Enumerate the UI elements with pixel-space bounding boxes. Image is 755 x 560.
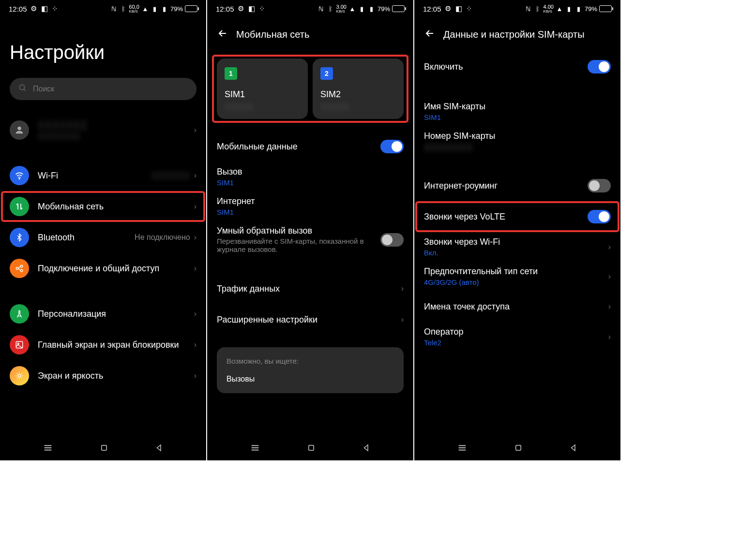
page-title: Настройки <box>10 42 196 63</box>
svg-point-0 <box>19 85 25 90</box>
nav-bar <box>414 437 620 460</box>
status-bar: 12:05 ⚙ ◧ ⁘ ℕ ᛒ 60,0KB/S ▲ ▮ ▮ 79% <box>0 0 206 17</box>
sim-name-row[interactable]: Имя SIM-карты SIM1 <box>424 97 611 126</box>
internet-row[interactable]: Интернет SIM1 <box>217 192 404 221</box>
sim-number-value: ░░░░░░░░ <box>424 143 611 151</box>
chevron-right-icon: › <box>401 315 404 324</box>
back-button[interactable] <box>155 443 164 454</box>
screen-sim-settings: 12:05 ⚙ ◧ ⁘ ℕ ᛒ 4.00KB/S ▲ ▮ ▮ 79% Данны… <box>414 0 620 460</box>
mobile-data-toggle[interactable] <box>380 140 404 153</box>
personalization-row[interactable]: Персонализация › <box>10 298 196 329</box>
back-button[interactable] <box>569 443 578 454</box>
svg-rect-23 <box>516 445 521 451</box>
sim2-badge: 2 <box>320 67 333 80</box>
nav-bar <box>0 437 206 460</box>
sim1-card[interactable]: 1 SIM1 ░░░░░░ <box>217 59 308 119</box>
sim-number-label: Номер SIM-карты <box>424 131 611 141</box>
network-type-row[interactable]: Предпочтительный тип сети 4G/3G/2G (авто… <box>424 262 611 291</box>
operator-row[interactable]: Оператор Tele2 › <box>424 322 611 352</box>
sim2-operator: ░░░░░░ <box>320 103 396 110</box>
mobile-network-row[interactable]: Мобильная сеть › <box>10 191 196 222</box>
bluetooth-icon: ᛒ <box>534 5 542 13</box>
hint-item-calls[interactable]: Вызовы <box>226 375 394 383</box>
home-label: Главный экран и экран блокировки <box>38 340 194 350</box>
chevron-right-icon: › <box>608 302 611 311</box>
back-button[interactable] <box>362 443 371 454</box>
share-icon <box>10 259 29 278</box>
circles-icon: ⁘ <box>258 5 266 13</box>
smart-callback-row[interactable]: Умный обратный вызов Перезванивайте с SI… <box>217 221 404 258</box>
home-screen-row[interactable]: Главный экран и экран блокировки › <box>10 329 196 360</box>
recents-button[interactable] <box>43 442 53 455</box>
bluetooth-row[interactable]: Bluetooth Не подключено › <box>10 222 196 253</box>
internet-value: SIM1 <box>217 208 404 216</box>
bluetooth-value: Не подключено <box>135 233 190 242</box>
apn-row[interactable]: Имена точек доступа › <box>424 291 611 322</box>
chevron-right-icon: › <box>608 243 611 251</box>
mobile-label: Мобильная сеть <box>38 202 194 212</box>
sim-number-row[interactable]: Номер SIM-карты ░░░░░░░░ <box>424 126 611 156</box>
gear-icon: ⚙ <box>30 5 38 13</box>
back-button[interactable] <box>217 23 236 46</box>
chevron-right-icon: › <box>194 371 196 380</box>
recents-button[interactable] <box>250 442 260 455</box>
svg-point-10 <box>17 343 19 344</box>
status-bar: 12:05 ⚙ ◧ ⁘ ℕ ᛒ 3.00KB/S ▲ ▮ ▮ 79% <box>207 0 413 17</box>
wifi-icon: ▲ <box>556 5 563 13</box>
recents-button[interactable] <box>457 442 468 455</box>
personalization-label: Персонализация <box>38 309 194 319</box>
profile-row[interactable]: ░░░░░░░░░░░░░░ › <box>10 115 196 146</box>
nfc-icon: ℕ <box>524 5 532 13</box>
display-row[interactable]: Экран и яркость › <box>10 360 196 391</box>
svg-line-8 <box>18 269 21 270</box>
call-row[interactable]: Вызов SIM1 <box>217 162 404 192</box>
personalization-icon <box>10 304 29 324</box>
signal-icon: ▮ <box>368 5 376 13</box>
wifi-row[interactable]: Wi-Fi ░░░░░░ › <box>10 160 196 191</box>
enable-row[interactable]: Включить <box>424 51 611 82</box>
circles-icon: ⁘ <box>51 5 59 13</box>
battery-percent: 79% <box>585 5 597 13</box>
callback-toggle[interactable] <box>380 233 404 247</box>
wifi-icon: ▲ <box>141 5 149 13</box>
chevron-right-icon: › <box>194 126 196 134</box>
wifi-icon <box>10 166 29 185</box>
sharing-label: Подключение и общий доступ <box>38 264 194 274</box>
battery-percent: 79% <box>378 5 390 13</box>
home-button[interactable] <box>514 443 523 454</box>
search-box[interactable] <box>10 78 196 100</box>
sim2-name: SIM2 <box>320 89 396 100</box>
advanced-settings-row[interactable]: Расширенные настройки › <box>217 304 404 335</box>
bluetooth-icon: ᛒ <box>327 5 334 13</box>
wifi-value: ░░░░░░ <box>151 171 190 180</box>
search-input[interactable] <box>33 85 188 93</box>
svg-line-1 <box>24 89 26 91</box>
data-traffic-row[interactable]: Трафик данных › <box>217 273 404 304</box>
volte-toggle[interactable] <box>588 210 611 223</box>
nfc-icon: ℕ <box>110 5 118 13</box>
status-bar: 12:05 ⚙ ◧ ⁘ ℕ ᛒ 4.00KB/S ▲ ▮ ▮ 79% <box>414 0 620 17</box>
svg-rect-19 <box>309 445 314 451</box>
battery-icon <box>392 5 405 12</box>
status-time: 12:05 <box>423 5 441 13</box>
roaming-toggle[interactable] <box>588 179 611 192</box>
roaming-row[interactable]: Интернет-роуминг <box>424 170 611 201</box>
sim2-card[interactable]: 2 SIM2 ░░░░░░ <box>313 59 404 119</box>
sharing-row[interactable]: Подключение и общий доступ › <box>10 253 196 284</box>
avatar-icon <box>10 120 29 140</box>
wifi-icon: ▲ <box>348 5 356 13</box>
svg-point-5 <box>20 265 23 267</box>
enable-toggle[interactable] <box>588 60 611 74</box>
signal-icon: ▮ <box>575 5 583 13</box>
signal-icon: ▮ <box>151 5 159 13</box>
home-button[interactable] <box>100 443 108 454</box>
volte-row[interactable]: Звонки через VoLTE <box>424 201 611 232</box>
advanced-label: Расширенные настройки <box>217 315 401 325</box>
wifi-calling-row[interactable]: Звонки через Wi-Fi Вкл. › <box>424 232 611 262</box>
home-button[interactable] <box>307 443 316 454</box>
mobile-data-row[interactable]: Мобильные данные <box>217 131 404 162</box>
gear-icon: ⚙ <box>444 5 452 13</box>
chevron-right-icon: › <box>194 264 196 273</box>
bluetooth-icon <box>10 228 29 247</box>
back-button[interactable] <box>424 23 443 46</box>
